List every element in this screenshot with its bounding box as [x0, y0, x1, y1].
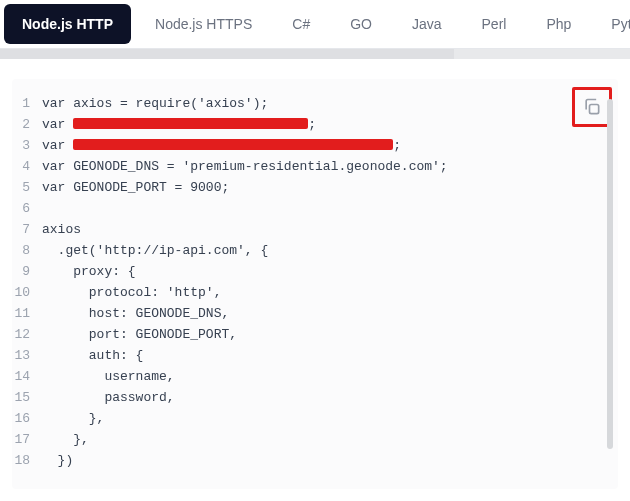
line-content: var GEONODE_PORT = 9000;	[42, 177, 618, 198]
code-line: 17 },	[12, 429, 618, 450]
svg-rect-0	[590, 105, 599, 114]
code-line: 4var GEONODE_DNS = 'premium-residential.…	[12, 156, 618, 177]
line-number: 10	[12, 282, 42, 303]
tab-c-[interactable]: C#	[272, 2, 330, 46]
code-line: 2var ;	[12, 114, 618, 135]
line-number: 18	[12, 450, 42, 471]
code-line: 7axios	[12, 219, 618, 240]
code-line: 3var ;	[12, 135, 618, 156]
code-line: 9 proxy: {	[12, 261, 618, 282]
tab-java[interactable]: Java	[392, 2, 462, 46]
tabs-scroll-thumb[interactable]	[0, 49, 454, 59]
line-number: 2	[12, 114, 42, 135]
line-number: 8	[12, 240, 42, 261]
line-content: port: GEONODE_PORT,	[42, 324, 618, 345]
line-number: 4	[12, 156, 42, 177]
tab-node-js-https[interactable]: Node.js HTTPS	[135, 2, 272, 46]
line-content: proxy: {	[42, 261, 618, 282]
line-content: .get('http://ip-api.com', {	[42, 240, 618, 261]
line-number: 7	[12, 219, 42, 240]
line-number: 11	[12, 303, 42, 324]
code-scrollbar-thumb[interactable]	[607, 99, 613, 449]
line-content: },	[42, 429, 618, 450]
code-line: 13 auth: {	[12, 345, 618, 366]
line-number: 5	[12, 177, 42, 198]
copy-button[interactable]	[572, 87, 612, 127]
line-content: var axios = require('axios');	[42, 93, 618, 114]
code-line: 6	[12, 198, 618, 219]
code-line: 12 port: GEONODE_PORT,	[12, 324, 618, 345]
line-content: var GEONODE_DNS = 'premium-residential.g…	[42, 156, 618, 177]
tabs-scroll-track	[0, 49, 630, 59]
line-content: password,	[42, 387, 618, 408]
code-block: 1var axios = require('axios');2var ;3var…	[12, 79, 618, 489]
code-line: 16 },	[12, 408, 618, 429]
line-number: 1	[12, 93, 42, 114]
line-content: protocol: 'http',	[42, 282, 618, 303]
tab-node-js-http[interactable]: Node.js HTTP	[4, 4, 131, 44]
code-line: 18 })	[12, 450, 618, 471]
tab-go[interactable]: GO	[330, 2, 392, 46]
tab-perl[interactable]: Perl	[462, 2, 527, 46]
code-line: 10 protocol: 'http',	[12, 282, 618, 303]
line-content: })	[42, 450, 618, 471]
code-text: var	[42, 138, 73, 153]
redacted-block	[73, 139, 393, 150]
line-number: 6	[12, 198, 42, 219]
line-number: 13	[12, 345, 42, 366]
line-content	[42, 198, 618, 219]
code-text: var	[42, 117, 73, 132]
line-number: 15	[12, 387, 42, 408]
code-line: 8 .get('http://ip-api.com', {	[12, 240, 618, 261]
line-content: axios	[42, 219, 618, 240]
copy-icon	[582, 97, 602, 117]
line-content: username,	[42, 366, 618, 387]
line-content: var ;	[42, 135, 618, 156]
line-content: var ;	[42, 114, 618, 135]
tab-pytho[interactable]: Pytho	[591, 2, 630, 46]
tabs-container: Node.js HTTPNode.js HTTPSC#GOJavaPerlPhp…	[0, 0, 630, 49]
line-number: 9	[12, 261, 42, 282]
line-content: auth: {	[42, 345, 618, 366]
line-number: 17	[12, 429, 42, 450]
line-number: 12	[12, 324, 42, 345]
line-content: },	[42, 408, 618, 429]
tab-php[interactable]: Php	[526, 2, 591, 46]
line-number: 16	[12, 408, 42, 429]
code-line: 15 password,	[12, 387, 618, 408]
line-number: 14	[12, 366, 42, 387]
line-content: host: GEONODE_DNS,	[42, 303, 618, 324]
code-line: 1var axios = require('axios');	[12, 93, 618, 114]
code-line: 14 username,	[12, 366, 618, 387]
code-line: 5var GEONODE_PORT = 9000;	[12, 177, 618, 198]
code-text: ;	[393, 138, 401, 153]
redacted-block	[73, 118, 308, 129]
line-number: 3	[12, 135, 42, 156]
code-line: 11 host: GEONODE_DNS,	[12, 303, 618, 324]
code-text: ;	[308, 117, 316, 132]
